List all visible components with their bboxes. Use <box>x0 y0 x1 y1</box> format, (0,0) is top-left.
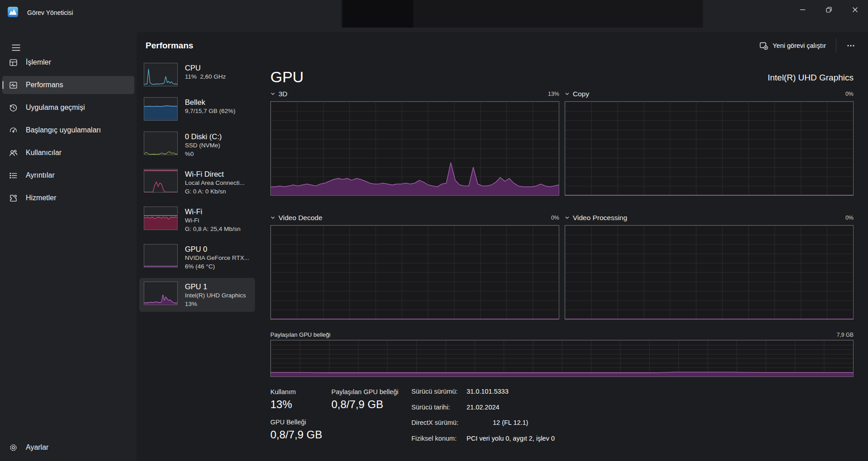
page-title: Performans <box>146 41 193 51</box>
gpu-video-decode-chart <box>270 225 559 320</box>
sidebar-item-label: Kullanıcılar <box>26 149 61 157</box>
sidebar-item-services[interactable]: Hizmetler <box>2 189 134 207</box>
engine-label: Video Decode <box>278 214 322 222</box>
gpu-3d-chart <box>270 101 559 196</box>
device-stat: 13% <box>185 300 246 309</box>
detail-value: 31.0.101.5333 <box>467 387 555 401</box>
detail-value: 12 (FL 12.1) <box>467 418 555 432</box>
detail-value: 21.02.2024 <box>467 403 555 417</box>
gpu-memory-label: GPU Belleği <box>270 417 331 427</box>
device-stat: G: 0,8 A: 25,4 Mb/sn <box>185 225 241 234</box>
sidebar-item-label: Ayrıntılar <box>26 171 55 179</box>
sidebar-item-performance[interactable]: Performans <box>2 76 134 94</box>
sidebar-item-app-history[interactable]: Uygulama geçmişi <box>2 99 134 117</box>
sidebar-item-label: Başlangıç uygulamaları <box>26 126 101 134</box>
selected-indicator <box>2 81 4 89</box>
new-task-icon <box>760 42 768 50</box>
performance-device-list: CPU 11% 2,60 GHz Bellek 9,7/15,7 GB (62%… <box>139 59 255 315</box>
sidebar-item-label: İşlemler <box>26 58 51 66</box>
page-header: Performans Yeni görevi çalıştır <box>146 32 861 59</box>
device-stat: 11% 2,60 GHz <box>185 73 226 81</box>
header-separator <box>836 38 836 53</box>
chart-block-video-processing: Video Processing 0% <box>565 210 854 320</box>
sidebar-item-startup-apps[interactable]: Başlangıç uygulamaları <box>2 121 134 139</box>
titlebar: Görev Yöneticisi <box>0 0 868 28</box>
perf-item-wifi-direct[interactable]: Wi-Fi Direct Local Area Connecti... G: 0… <box>139 165 255 199</box>
usage-value: 13% <box>270 398 331 411</box>
detail-value: PCI veri yolu 0, aygıt 2, işlev 0 <box>467 434 555 448</box>
services-icon <box>9 193 18 203</box>
device-stat: Wi-Fi <box>185 216 241 225</box>
window-controls <box>789 0 868 19</box>
wifi-mini-chart <box>144 207 178 230</box>
gpu-video-processing-chart <box>565 225 854 320</box>
gpu0-mini-chart <box>144 244 178 268</box>
usage-label: Kullanım <box>270 387 331 397</box>
sidebar-item-label: Hizmetler <box>26 194 57 202</box>
engine-label: 3D <box>278 90 288 98</box>
device-stat: SSD (NVMe) <box>185 141 222 150</box>
gpu-memory-value: 0,8/7,9 GB <box>270 428 331 441</box>
sidebar-item-label: Uygulama geçmişi <box>26 103 85 112</box>
device-stat: G: 0 A: 0 Kb/sn <box>185 188 245 196</box>
device-name: Bellek <box>185 97 236 107</box>
more-options-button[interactable] <box>841 38 861 54</box>
restore-button[interactable] <box>816 0 842 19</box>
chevron-down-icon[interactable] <box>565 215 570 220</box>
chevron-down-icon[interactable] <box>270 215 275 220</box>
shared-memory-max: 7,9 GB <box>837 332 854 338</box>
device-stat: %0 <box>185 150 222 159</box>
sidebar-footer: Ayarlar <box>2 438 134 456</box>
shared-memory-stat-label: Paylaşılan GPU belleği <box>331 387 411 397</box>
gear-icon <box>9 443 18 452</box>
perf-item-disk0[interactable]: 0 Diski (C:) SSD (NVMe) %0 <box>139 128 255 162</box>
perf-item-wifi[interactable]: Wi-Fi Wi-Fi G: 0,8 A: 25,4 Mb/sn <box>139 203 255 237</box>
perf-item-gpu0[interactable]: GPU 0 NVIDIA GeForce RTX... 6% (46 °C) <box>139 240 255 274</box>
close-button[interactable] <box>842 0 868 19</box>
device-stat: Intel(R) UHD Graphics <box>185 292 246 300</box>
run-new-task-button[interactable]: Yeni görevi çalıştır <box>754 38 831 54</box>
chart-block-3d: 3D 13% <box>270 86 559 196</box>
device-name: Wi-Fi <box>185 207 241 216</box>
shared-memory-stat-value: 0,8/7,9 GB <box>331 398 411 411</box>
chevron-down-icon[interactable] <box>270 91 275 96</box>
device-name: GPU 1 <box>185 282 246 292</box>
engine-value: 0% <box>845 91 854 97</box>
sidebar-item-details[interactable]: Ayrıntılar <box>2 166 134 184</box>
device-stat: 9,7/15,7 GB (62%) <box>185 107 236 116</box>
task-manager-app-icon <box>7 6 19 18</box>
main-panel: Performans Yeni görevi çalıştır <box>137 32 868 461</box>
perf-item-memory[interactable]: Bellek 9,7/15,7 GB (62%) <box>139 94 255 124</box>
shared-memory-header: Paylaşılan GPU belleği 7,9 GB <box>270 331 854 338</box>
sidebar-item-users[interactable]: Kullanıcılar <box>2 144 134 162</box>
shared-memory-label: Paylaşılan GPU belleği <box>270 331 330 338</box>
gpu-title: GPU <box>270 69 304 85</box>
engine-label: Video Processing <box>573 214 627 222</box>
titlebar-shade-dark <box>343 0 413 28</box>
engine-value: 0% <box>551 215 559 221</box>
detail-label: Sürücü tarihi: <box>411 403 467 417</box>
header-actions: Yeni görevi çalıştır <box>754 38 861 54</box>
startup-apps-icon <box>9 126 18 135</box>
sidebar-item-settings[interactable]: Ayarlar <box>2 438 134 456</box>
sidebar-item-label: Ayarlar <box>26 443 48 452</box>
detail-label: Sürücü sürümü: <box>411 387 467 401</box>
perf-item-gpu1[interactable]: GPU 1 Intel(R) UHD Graphics 13% <box>139 278 255 312</box>
device-name: 0 Diski (C:) <box>185 132 222 141</box>
driver-details: Sürücü sürümü: 31.0.101.5333 Sürücü tari… <box>411 387 555 447</box>
sidebar: İşlemler Performans Uygulama geçmişi Baş… <box>2 53 134 212</box>
device-name: GPU 0 <box>185 244 249 254</box>
run-new-task-label: Yeni görevi çalıştır <box>773 42 826 49</box>
sidebar-item-processes[interactable]: İşlemler <box>2 53 134 71</box>
minimize-button[interactable] <box>789 0 816 19</box>
disk-mini-chart <box>144 132 178 155</box>
chevron-down-icon[interactable] <box>565 91 570 96</box>
wifi-direct-mini-chart <box>144 169 178 193</box>
ellipsis-icon <box>847 45 854 47</box>
window-title: Görev Yöneticisi <box>27 9 73 16</box>
engine-label: Copy <box>573 90 589 98</box>
gpu-detail-panel: GPU Intel(R) UHD Graphics 3D 13% <box>270 59 854 447</box>
detail-label: DirectX sürümü: <box>411 418 467 432</box>
app-history-icon <box>9 103 18 113</box>
perf-item-cpu[interactable]: CPU 11% 2,60 GHz <box>139 59 255 90</box>
